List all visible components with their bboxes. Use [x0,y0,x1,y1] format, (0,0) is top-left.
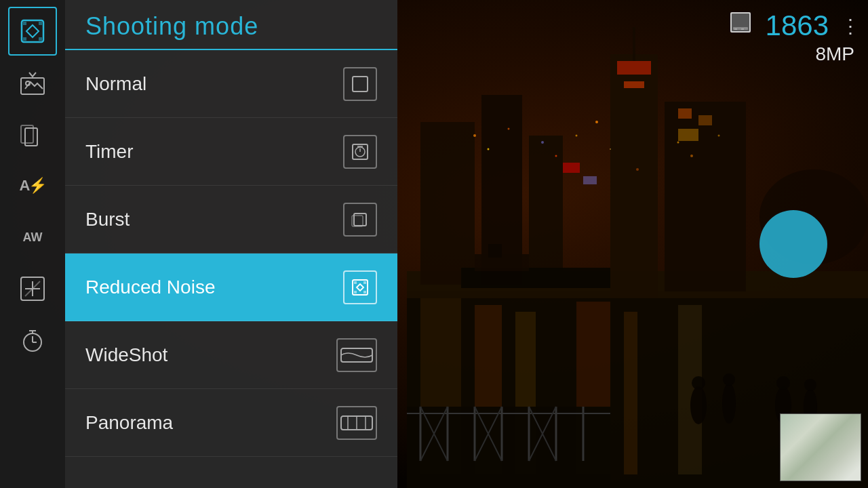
svg-rect-14 [678,108,692,119]
more-options-icon[interactable]: ⋮ [841,15,860,37]
menu-header: Shooting mode [65,0,397,50]
svg-point-56 [723,373,735,386]
photo-count: 1863 [766,9,829,42]
svg-point-29 [677,142,679,144]
menu-item-burst[interactable]: Burst [65,186,397,253]
svg-rect-18 [529,136,563,285]
svg-point-23 [541,141,544,144]
menu-item-reduced-noise[interactable]: Reduced Noise [65,253,397,321]
svg-rect-9 [610,54,658,298]
last-photo-thumbnail[interactable] [780,413,861,481]
menu-panel: Shooting mode Normal Timer Burst [65,0,397,488]
svg-rect-13 [665,102,746,291]
thumbnail-image [781,414,861,481]
sidebar-item-exposure[interactable] [8,264,57,313]
menu-item-reduced-noise-label: Reduced Noise [85,277,215,298]
menu-item-timer-label: Timer [85,141,134,163]
svg-rect-12 [633,27,635,61]
svg-rect-11 [624,81,644,88]
svg-rect-89 [354,291,357,293]
svg-point-54 [692,376,705,390]
svg-rect-63 [39,22,42,25]
normal-icon [343,67,377,101]
sidebar-item-shooting-mode[interactable] [8,7,57,56]
sidebar-item-hdr[interactable] [8,110,57,159]
svg-rect-33 [583,176,597,184]
svg-rect-90 [363,291,366,293]
timer-icon [343,135,377,169]
menu-item-panorama-label: Panorama [85,412,173,434]
menu-item-wideshot[interactable]: WideShot [65,321,397,389]
svg-point-27 [610,148,611,150]
svg-rect-65 [39,37,42,41]
svg-rect-16 [420,122,475,285]
svg-point-21 [488,148,490,150]
svg-point-20 [473,134,476,137]
menu-item-timer[interactable]: Timer [65,118,397,186]
menu-item-panorama[interactable]: Panorama [65,389,397,457]
svg-rect-87 [354,281,357,284]
svg-point-30 [690,155,693,157]
resolution-info: 8MP [815,43,854,65]
svg-point-58 [776,376,790,390]
focus-circle[interactable] [760,210,827,278]
svg-rect-38 [407,407,610,488]
svg-rect-79 [353,77,368,92]
sidebar: A⚡ AW [0,0,65,488]
menu-title: Shooting mode [85,12,258,40]
menu-item-wideshot-label: WideShot [85,344,167,366]
svg-point-53 [690,386,707,424]
burst-icon [343,203,377,237]
svg-point-60 [804,379,816,391]
svg-point-26 [595,121,598,123]
svg-rect-6 [624,312,637,474]
svg-point-28 [636,168,639,171]
sidebar-item-flash[interactable]: A⚡ [8,161,57,210]
svg-rect-34 [678,129,698,141]
svg-rect-100 [741,28,744,30]
svg-rect-88 [363,281,366,284]
svg-point-67 [26,81,30,85]
svg-rect-32 [563,163,580,173]
sidebar-item-timer[interactable] [8,316,57,365]
menu-item-normal[interactable]: Normal [65,50,397,118]
reduced-noise-icon [343,270,377,304]
svg-rect-15 [698,115,712,125]
svg-rect-10 [617,61,651,75]
svg-point-31 [718,135,720,137]
wideshot-icon [336,338,377,372]
svg-rect-64 [23,37,26,41]
sidebar-item-scene-mode[interactable] [8,58,57,107]
svg-point-24 [555,155,557,157]
svg-point-25 [576,135,578,137]
svg-rect-99 [734,28,737,30]
resolution-label: 8MP [815,43,854,64]
svg-rect-37 [488,244,502,258]
svg-point-22 [508,128,510,130]
sidebar-item-white-balance[interactable]: AW [8,213,57,262]
panorama-icon [336,406,377,440]
svg-point-55 [722,383,736,424]
storage-icon [728,7,759,45]
menu-item-normal-label: Normal [85,73,146,95]
svg-rect-62 [23,22,26,25]
menu-item-burst-label: Burst [85,209,130,230]
